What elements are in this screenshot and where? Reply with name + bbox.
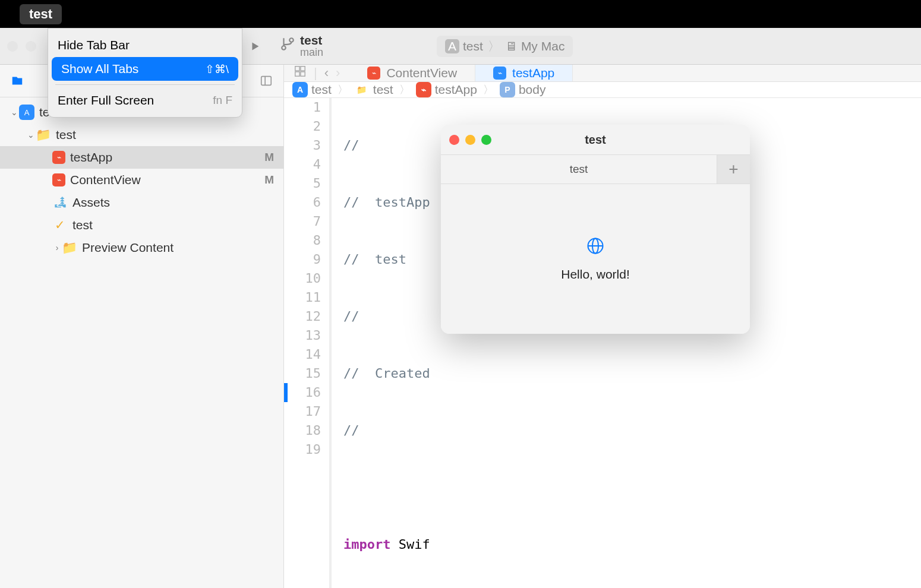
view-menu-dropdown: Hide Tab Bar Show All Tabs ⇧⌘\ Enter Ful… bbox=[48, 28, 242, 118]
chevron-right-icon: 〉 bbox=[399, 83, 410, 97]
maximize-icon[interactable] bbox=[481, 135, 491, 145]
folder-icon: 📁 bbox=[62, 240, 77, 255]
tab-contentview[interactable]: ContentView bbox=[349, 65, 475, 81]
folder-icon: 📁 bbox=[36, 127, 51, 143]
preview-window-controls bbox=[449, 135, 491, 145]
tab-label: testApp bbox=[512, 66, 554, 80]
jump-bar[interactable]: A test 〉 📁 test 〉 testApp 〉 P body bbox=[284, 82, 921, 98]
file-tree: ⌄ A test ⌄ 📁 test testApp M ContentView … bbox=[0, 97, 283, 263]
line-gutter: 1234 5678 9101112 13141516 171819 bbox=[284, 98, 332, 588]
related-items-icon[interactable] bbox=[294, 65, 307, 81]
tree-folder[interactable]: ⌄ 📁 test bbox=[0, 124, 283, 146]
app-preview-window: test test + Hello, world! bbox=[441, 125, 750, 334]
tree-file-assets[interactable]: 🏞 Assets bbox=[0, 191, 283, 214]
hello-text: Hello, world! bbox=[561, 267, 630, 282]
close-icon[interactable] bbox=[449, 135, 459, 145]
file-name: Assets bbox=[72, 195, 274, 210]
menu-item-label: Hide Tab Bar bbox=[58, 38, 130, 52]
menubar-app-name[interactable]: test bbox=[20, 4, 62, 24]
svg-rect-4 bbox=[295, 72, 299, 76]
menu-enter-full-screen[interactable]: Enter Full Screen fn F bbox=[48, 88, 242, 112]
scheme-selector[interactable]: test main bbox=[280, 33, 323, 59]
system-menubar: test bbox=[0, 0, 921, 28]
jumpbar-item[interactable]: test bbox=[373, 83, 393, 97]
property-icon: P bbox=[500, 82, 515, 97]
project-navigator-icon[interactable] bbox=[10, 73, 25, 88]
window-controls bbox=[7, 41, 36, 52]
nav-back-icon[interactable]: ‹ bbox=[324, 65, 329, 81]
assets-icon: 🏞 bbox=[52, 195, 68, 210]
chevron-right-icon: 〉 bbox=[488, 38, 500, 55]
preview-tab[interactable]: test bbox=[441, 155, 717, 184]
tree-folder-preview[interactable]: › 📁 Preview Content bbox=[0, 236, 283, 259]
file-name: test bbox=[72, 218, 274, 232]
tab-testapp[interactable]: testApp bbox=[475, 65, 573, 81]
minimize-icon[interactable] bbox=[465, 135, 475, 145]
menu-item-label: Show All Tabs bbox=[61, 62, 138, 76]
menu-show-all-tabs[interactable]: Show All Tabs ⇧⌘\ bbox=[52, 57, 238, 81]
folder-icon: 📁 bbox=[354, 82, 370, 97]
chevron-down-icon[interactable]: ⌄ bbox=[26, 130, 36, 140]
tree-file-contentview[interactable]: ContentView M bbox=[0, 169, 283, 191]
scm-badge: M bbox=[264, 151, 274, 164]
close-icon[interactable] bbox=[7, 41, 18, 52]
app-icon: A bbox=[445, 39, 459, 53]
app-icon: A bbox=[292, 82, 308, 97]
sidebar-toggle-icon[interactable] bbox=[258, 73, 274, 88]
file-name: ContentView bbox=[70, 173, 264, 187]
scm-badge: M bbox=[264, 173, 274, 186]
app-icon: A bbox=[19, 105, 34, 120]
monitor-icon: 🖥 bbox=[505, 39, 518, 53]
jumpbar-item[interactable]: testApp bbox=[435, 83, 477, 97]
swift-file-icon bbox=[416, 82, 431, 97]
menu-item-label: Enter Full Screen bbox=[58, 93, 154, 108]
run-button[interactable] bbox=[247, 38, 263, 55]
new-tab-button[interactable]: + bbox=[717, 155, 750, 184]
chevron-right-icon[interactable]: › bbox=[52, 243, 62, 252]
tree-file-testapp[interactable]: testApp M bbox=[0, 146, 283, 169]
preview-titlebar[interactable]: test bbox=[441, 125, 750, 154]
preview-content: Hello, world! bbox=[441, 184, 750, 334]
dest-device: My Mac bbox=[521, 39, 565, 53]
dest-scheme: test bbox=[463, 39, 483, 53]
svg-rect-0 bbox=[261, 77, 272, 86]
keyboard-shortcut: fn F bbox=[213, 94, 232, 107]
scheme-title: test bbox=[300, 33, 323, 47]
file-name: testApp bbox=[70, 150, 264, 165]
branch-icon bbox=[280, 36, 295, 55]
svg-rect-5 bbox=[301, 72, 305, 76]
chevron-down-icon[interactable]: ⌄ bbox=[10, 108, 19, 117]
tree-file-entitlements[interactable]: ✓ test bbox=[0, 214, 283, 236]
swift-file-icon bbox=[52, 173, 65, 186]
globe-icon bbox=[586, 237, 604, 259]
chevron-right-icon: 〉 bbox=[338, 83, 348, 97]
folder-name: Preview Content bbox=[82, 241, 274, 255]
menu-separator bbox=[55, 84, 235, 85]
editor-tab-bar: | ‹ › ContentView testApp bbox=[284, 65, 921, 82]
swift-file-icon bbox=[367, 67, 380, 80]
nav-forward-icon[interactable]: › bbox=[336, 65, 340, 81]
jumpbar-item[interactable]: test bbox=[311, 83, 332, 97]
jumpbar-item[interactable]: body bbox=[519, 83, 546, 97]
chevron-right-icon: 〉 bbox=[483, 83, 494, 97]
svg-rect-3 bbox=[301, 67, 305, 71]
menu-hide-tab-bar[interactable]: Hide Tab Bar bbox=[48, 33, 242, 57]
swift-file-icon bbox=[493, 67, 506, 80]
entitlements-icon: ✓ bbox=[52, 217, 68, 233]
navigator-sidebar: ⌄ A test ⌄ 📁 test testApp M ContentView … bbox=[0, 65, 284, 588]
branch-name: main bbox=[300, 47, 323, 59]
keyboard-shortcut: ⇧⌘\ bbox=[205, 62, 229, 76]
run-destination[interactable]: A test 〉 🖥 My Mac bbox=[437, 36, 573, 57]
minimize-icon[interactable] bbox=[26, 41, 36, 52]
svg-rect-2 bbox=[295, 67, 299, 71]
preview-tabbar: test + bbox=[441, 154, 750, 184]
tab-label: ContentView bbox=[386, 66, 457, 80]
swift-file-icon bbox=[52, 151, 65, 164]
folder-name: test bbox=[56, 128, 274, 142]
